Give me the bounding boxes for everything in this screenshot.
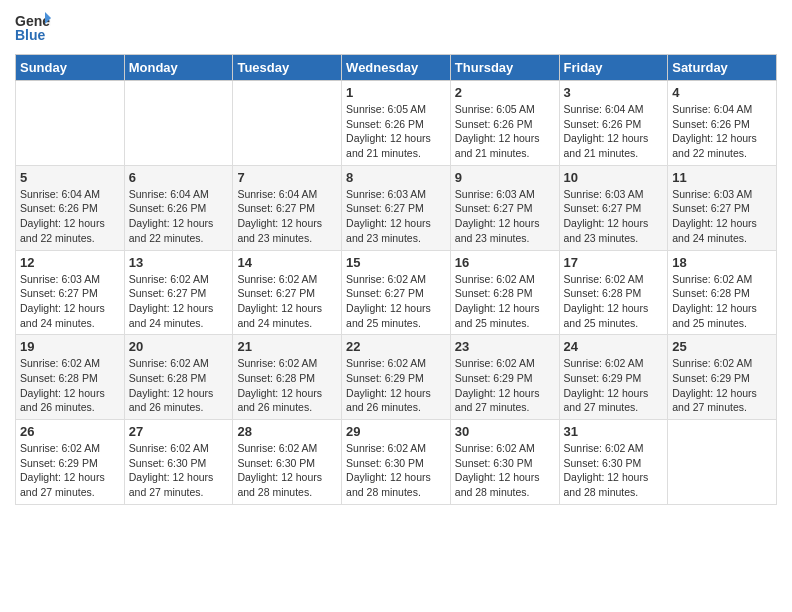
day-number: 27 [129, 424, 229, 439]
logo: General Blue [15, 10, 51, 46]
day-info: Sunrise: 6:02 AM Sunset: 6:30 PM Dayligh… [237, 441, 337, 500]
calendar-cell: 22Sunrise: 6:02 AM Sunset: 6:29 PM Dayli… [342, 335, 451, 420]
day-info: Sunrise: 6:02 AM Sunset: 6:28 PM Dayligh… [237, 356, 337, 415]
calendar-body: 1Sunrise: 6:05 AM Sunset: 6:26 PM Daylig… [16, 81, 777, 505]
day-info: Sunrise: 6:05 AM Sunset: 6:26 PM Dayligh… [346, 102, 446, 161]
calendar-cell: 30Sunrise: 6:02 AM Sunset: 6:30 PM Dayli… [450, 420, 559, 505]
day-info: Sunrise: 6:02 AM Sunset: 6:28 PM Dayligh… [455, 272, 555, 331]
day-number: 24 [564, 339, 664, 354]
day-info: Sunrise: 6:02 AM Sunset: 6:30 PM Dayligh… [346, 441, 446, 500]
day-info: Sunrise: 6:03 AM Sunset: 6:27 PM Dayligh… [672, 187, 772, 246]
calendar-cell [16, 81, 125, 166]
calendar-cell: 2Sunrise: 6:05 AM Sunset: 6:26 PM Daylig… [450, 81, 559, 166]
day-number: 12 [20, 255, 120, 270]
day-number: 4 [672, 85, 772, 100]
day-number: 9 [455, 170, 555, 185]
calendar-cell: 19Sunrise: 6:02 AM Sunset: 6:28 PM Dayli… [16, 335, 125, 420]
calendar-cell: 25Sunrise: 6:02 AM Sunset: 6:29 PM Dayli… [668, 335, 777, 420]
day-number: 8 [346, 170, 446, 185]
day-info: Sunrise: 6:04 AM Sunset: 6:26 PM Dayligh… [672, 102, 772, 161]
day-number: 11 [672, 170, 772, 185]
day-info: Sunrise: 6:02 AM Sunset: 6:29 PM Dayligh… [672, 356, 772, 415]
calendar-week-row: 19Sunrise: 6:02 AM Sunset: 6:28 PM Dayli… [16, 335, 777, 420]
calendar-cell: 31Sunrise: 6:02 AM Sunset: 6:30 PM Dayli… [559, 420, 668, 505]
weekday-header-cell: Friday [559, 55, 668, 81]
calendar-cell: 3Sunrise: 6:04 AM Sunset: 6:26 PM Daylig… [559, 81, 668, 166]
day-info: Sunrise: 6:03 AM Sunset: 6:27 PM Dayligh… [564, 187, 664, 246]
weekday-header-row: SundayMondayTuesdayWednesdayThursdayFrid… [16, 55, 777, 81]
day-info: Sunrise: 6:02 AM Sunset: 6:29 PM Dayligh… [455, 356, 555, 415]
day-info: Sunrise: 6:04 AM Sunset: 6:26 PM Dayligh… [564, 102, 664, 161]
header: General Blue [15, 10, 777, 46]
day-number: 19 [20, 339, 120, 354]
calendar-cell: 27Sunrise: 6:02 AM Sunset: 6:30 PM Dayli… [124, 420, 233, 505]
day-info: Sunrise: 6:02 AM Sunset: 6:30 PM Dayligh… [129, 441, 229, 500]
day-number: 15 [346, 255, 446, 270]
calendar-cell: 29Sunrise: 6:02 AM Sunset: 6:30 PM Dayli… [342, 420, 451, 505]
weekday-header-cell: Tuesday [233, 55, 342, 81]
day-number: 6 [129, 170, 229, 185]
calendar-cell: 26Sunrise: 6:02 AM Sunset: 6:29 PM Dayli… [16, 420, 125, 505]
day-number: 30 [455, 424, 555, 439]
calendar-cell [124, 81, 233, 166]
calendar-cell: 14Sunrise: 6:02 AM Sunset: 6:27 PM Dayli… [233, 250, 342, 335]
day-number: 31 [564, 424, 664, 439]
day-number: 23 [455, 339, 555, 354]
calendar-cell: 12Sunrise: 6:03 AM Sunset: 6:27 PM Dayli… [16, 250, 125, 335]
logo-bird-icon: General Blue [15, 10, 51, 46]
calendar-week-row: 5Sunrise: 6:04 AM Sunset: 6:26 PM Daylig… [16, 165, 777, 250]
calendar-table: SundayMondayTuesdayWednesdayThursdayFrid… [15, 54, 777, 505]
day-info: Sunrise: 6:02 AM Sunset: 6:29 PM Dayligh… [20, 441, 120, 500]
day-info: Sunrise: 6:02 AM Sunset: 6:27 PM Dayligh… [129, 272, 229, 331]
day-info: Sunrise: 6:02 AM Sunset: 6:27 PM Dayligh… [346, 272, 446, 331]
day-info: Sunrise: 6:02 AM Sunset: 6:28 PM Dayligh… [564, 272, 664, 331]
day-info: Sunrise: 6:03 AM Sunset: 6:27 PM Dayligh… [455, 187, 555, 246]
day-info: Sunrise: 6:02 AM Sunset: 6:30 PM Dayligh… [564, 441, 664, 500]
weekday-header-cell: Monday [124, 55, 233, 81]
day-number: 20 [129, 339, 229, 354]
calendar-cell: 11Sunrise: 6:03 AM Sunset: 6:27 PM Dayli… [668, 165, 777, 250]
calendar-cell [668, 420, 777, 505]
calendar-cell: 20Sunrise: 6:02 AM Sunset: 6:28 PM Dayli… [124, 335, 233, 420]
calendar-cell: 21Sunrise: 6:02 AM Sunset: 6:28 PM Dayli… [233, 335, 342, 420]
calendar-cell: 24Sunrise: 6:02 AM Sunset: 6:29 PM Dayli… [559, 335, 668, 420]
day-info: Sunrise: 6:02 AM Sunset: 6:28 PM Dayligh… [672, 272, 772, 331]
day-number: 22 [346, 339, 446, 354]
calendar-cell: 6Sunrise: 6:04 AM Sunset: 6:26 PM Daylig… [124, 165, 233, 250]
calendar-cell: 1Sunrise: 6:05 AM Sunset: 6:26 PM Daylig… [342, 81, 451, 166]
day-number: 10 [564, 170, 664, 185]
calendar-cell: 9Sunrise: 6:03 AM Sunset: 6:27 PM Daylig… [450, 165, 559, 250]
calendar-week-row: 1Sunrise: 6:05 AM Sunset: 6:26 PM Daylig… [16, 81, 777, 166]
day-info: Sunrise: 6:02 AM Sunset: 6:30 PM Dayligh… [455, 441, 555, 500]
day-info: Sunrise: 6:02 AM Sunset: 6:27 PM Dayligh… [237, 272, 337, 331]
calendar-cell: 16Sunrise: 6:02 AM Sunset: 6:28 PM Dayli… [450, 250, 559, 335]
page-container: General Blue SundayMondayTuesdayWednesda… [0, 0, 792, 515]
day-info: Sunrise: 6:02 AM Sunset: 6:29 PM Dayligh… [346, 356, 446, 415]
day-number: 5 [20, 170, 120, 185]
day-number: 28 [237, 424, 337, 439]
calendar-cell: 5Sunrise: 6:04 AM Sunset: 6:26 PM Daylig… [16, 165, 125, 250]
weekday-header-cell: Thursday [450, 55, 559, 81]
calendar-week-row: 12Sunrise: 6:03 AM Sunset: 6:27 PM Dayli… [16, 250, 777, 335]
day-info: Sunrise: 6:02 AM Sunset: 6:29 PM Dayligh… [564, 356, 664, 415]
day-number: 21 [237, 339, 337, 354]
day-number: 3 [564, 85, 664, 100]
calendar-cell: 7Sunrise: 6:04 AM Sunset: 6:27 PM Daylig… [233, 165, 342, 250]
day-info: Sunrise: 6:03 AM Sunset: 6:27 PM Dayligh… [20, 272, 120, 331]
day-info: Sunrise: 6:02 AM Sunset: 6:28 PM Dayligh… [20, 356, 120, 415]
day-number: 16 [455, 255, 555, 270]
calendar-cell: 15Sunrise: 6:02 AM Sunset: 6:27 PM Dayli… [342, 250, 451, 335]
day-info: Sunrise: 6:04 AM Sunset: 6:27 PM Dayligh… [237, 187, 337, 246]
day-number: 26 [20, 424, 120, 439]
calendar-week-row: 26Sunrise: 6:02 AM Sunset: 6:29 PM Dayli… [16, 420, 777, 505]
day-info: Sunrise: 6:05 AM Sunset: 6:26 PM Dayligh… [455, 102, 555, 161]
weekday-header-cell: Saturday [668, 55, 777, 81]
day-number: 1 [346, 85, 446, 100]
day-number: 25 [672, 339, 772, 354]
calendar-cell: 8Sunrise: 6:03 AM Sunset: 6:27 PM Daylig… [342, 165, 451, 250]
day-number: 13 [129, 255, 229, 270]
day-info: Sunrise: 6:02 AM Sunset: 6:28 PM Dayligh… [129, 356, 229, 415]
day-number: 7 [237, 170, 337, 185]
day-info: Sunrise: 6:03 AM Sunset: 6:27 PM Dayligh… [346, 187, 446, 246]
weekday-header-cell: Sunday [16, 55, 125, 81]
